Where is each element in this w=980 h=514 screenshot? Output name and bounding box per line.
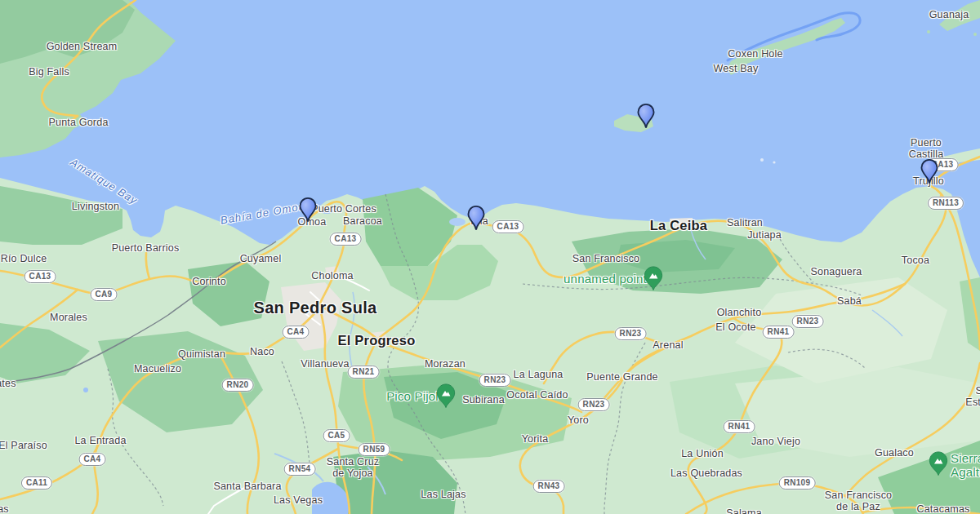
place-label-puerto-cortes[interactable]: Puerto Cortes [311,203,376,215]
place-label-las-vegas[interactable]: Las Vegas [274,494,323,506]
place-label-ocotal-ca-do[interactable]: Ocotal Caído [506,389,568,401]
road-badge-ca13: CA13 [492,220,524,233]
road-badge-rn23: RN23 [479,374,511,387]
place-label-salama[interactable]: Salama [726,507,762,514]
place-label-corinto[interactable]: Corinto [192,276,226,287]
place-label-villanueva[interactable]: Villanueva [301,358,349,370]
road-badge-ca5: CA5 [323,429,350,442]
road-badge-ca9: CA9 [91,288,118,301]
road-badge-ca4: CA4 [283,326,310,339]
place-label-puente-grande[interactable]: Puente Grande [586,371,657,383]
place-label-san-francisco[interactable]: San Francisco [572,253,640,264]
place-label-las-quebradas[interactable]: Las Quebradas [670,467,742,479]
mountain-pin-icon [929,451,948,476]
mountain-pin-icon [644,266,663,290]
place-label-santa-cruz-de-yojoa[interactable]: Santa Cruz de Yojoa [327,456,380,479]
place-label-tocoa[interactable]: Tocoa [902,255,929,266]
road-badge-ca13: CA13 [330,233,362,246]
place-label-las-lajas[interactable]: Las Lajas [421,489,466,500]
road-badge-rn113: RN113 [928,197,964,210]
place-label-arenal[interactable]: Arenal [653,339,683,351]
road-badge-rn43: RN43 [533,480,565,493]
place-label-jano-viejo[interactable]: Jano Viejo [751,436,800,447]
water-label-bah-a-de-omoa: Bahía de Omoa [220,201,306,228]
saved-pin-utila[interactable] [637,104,655,129]
place-label-el-para-so[interactable]: El Paraíso [0,440,47,451]
poi-label-pico-pijol[interactable]: Pico Pijol [386,390,439,404]
place-label-san-francisco-de-la-paz[interactable]: San Francisco de la Paz [825,490,893,512]
place-label-la-laguna[interactable]: La Laguna [514,369,564,380]
poi-pin-unnamed-point[interactable] [644,266,663,290]
place-label-sab[interactable]: Sabá [837,295,862,307]
place-label-catacamas[interactable]: Catacamas [916,503,969,514]
place-label-sonaguera[interactable]: Sonaguera [811,266,862,277]
road-badge-rn59: RN59 [359,443,390,456]
poi-pin-sierra-agalta[interactable] [929,451,948,476]
road-badge-rn41: RN41 [763,326,795,339]
road-badge-rn23: RN23 [615,327,647,340]
road-badge-rn41: RN41 [724,420,755,433]
mountain-pin-icon [436,383,456,408]
place-label-guanaja[interactable]: Guanaja [929,9,969,20]
pin-icon [637,104,655,129]
place-label-gualaco[interactable]: Gualaco [875,447,914,459]
place-label-el-progreso[interactable]: El Progreso [338,333,416,348]
place-label-puerto-castilla[interactable]: Puerto Castilla [899,137,953,160]
place-label-morazan[interactable]: Morazan [425,358,466,370]
place-label-as[interactable]: as [0,503,9,514]
place-label-olanchito[interactable]: Olanchito [717,307,762,318]
road-badge-rn23: RN23 [792,315,824,328]
place-label-la-entrada[interactable]: La Entrada [74,435,126,446]
poi-pin-pico-pijol[interactable] [436,383,456,408]
water-label-amatique-bay: Amatique Bay [68,157,140,207]
saved-pin-omoa[interactable] [299,197,317,223]
place-label-golden-stream[interactable]: Golden Stream [47,41,118,52]
pin-icon [299,197,317,223]
map-canvas[interactable]: Golden StreamBig FallsPunta GordaLivings… [0,0,980,514]
place-label-jutiapa[interactable]: Jutiapa [747,229,782,241]
road-badge-rn109: RN109 [779,476,816,490]
road-badge-ca13: CA13 [24,270,56,283]
road-badge-ca11: CA11 [21,476,52,490]
place-label-la-uni-n[interactable]: La Unión [681,448,724,459]
place-label-big-falls[interactable]: Big Falls [29,66,69,78]
place-label-los-amates[interactable]: Los Amates [0,378,16,389]
place-label-quimistan[interactable]: Quimistan [178,348,225,360]
pin-icon [467,206,485,231]
place-label-coxen-hole[interactable]: Coxen Hole [728,48,782,60]
place-label-yorita[interactable]: Yorita [522,433,549,445]
place-label-cuyamel[interactable]: Cuyamel [240,253,282,264]
place-label-el-ocote[interactable]: El Ocote [715,321,756,333]
road-badge-rn54: RN54 [284,463,316,476]
place-label-punta-gorda[interactable]: Punta Gorda [48,117,108,128]
place-label-salitran[interactable]: Salitran [727,217,763,228]
place-label-santa-barbara[interactable]: Santa Barbara [213,481,281,492]
place-label-livingston[interactable]: Livingston [72,201,119,212]
road-badge-rn20: RN20 [222,379,254,392]
place-label-naco[interactable]: Naco [250,346,274,357]
poi-label-unnamed-point[interactable]: unnamed point [564,273,647,286]
saved-pin-tela[interactable] [467,206,485,231]
place-label-macuelizo[interactable]: Macuelizo [134,363,181,374]
place-label-san-esteban[interactable]: San Esteban [965,385,980,408]
label-layer: Golden StreamBig FallsPunta GordaLivings… [0,0,980,514]
place-label-puerto-barrios[interactable]: Puerto Barrios [112,242,180,254]
place-label-r-o-dulce[interactable]: Río Dulce [1,253,47,264]
place-label-baracoa[interactable]: Baracoa [343,215,382,227]
pin-icon [920,159,938,184]
saved-pin-trujillo[interactable] [920,159,938,184]
road-badge-ca4: CA4 [79,453,106,466]
road-badge-rn23: RN23 [578,398,610,411]
poi-label-sierra-agalta[interactable]: Sierra Agalta [951,452,980,480]
place-label-yoro[interactable]: Yoro [568,414,589,426]
place-label-la-ceiba[interactable]: La Ceiba [650,218,707,233]
road-badge-rn21: RN21 [348,366,380,379]
place-label-subirana[interactable]: Subirana [462,394,505,405]
place-label-morales[interactable]: Morales [50,312,87,323]
place-label-san-pedro-sula[interactable]: San Pedro Sula [254,299,377,317]
place-label-choloma[interactable]: Choloma [311,270,353,281]
place-label-west-bay[interactable]: West Bay [714,63,759,74]
